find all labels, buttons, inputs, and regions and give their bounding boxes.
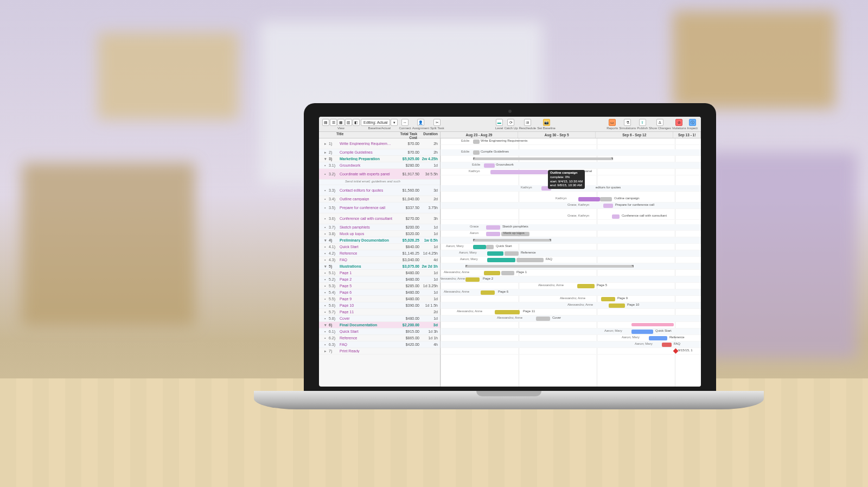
gantt-bar[interactable] — [662, 343, 672, 347]
task-row[interactable]: •3.2)Coordinate with experts panel$1,917… — [319, 169, 440, 180]
gantt-bar[interactable] — [536, 317, 550, 321]
col-header-duration[interactable]: Duration — [419, 132, 440, 138]
task-row[interactable]: ▾5)Illustrations$3,075.002w 2d 3h — [319, 263, 440, 270]
gantt-bar[interactable] — [600, 197, 612, 201]
task-row[interactable]: ▸1)Write Engineering Requirements$70.002… — [319, 138, 440, 149]
task-row[interactable]: ▾4)Preliminary Documentation$5,026.251w … — [319, 237, 440, 244]
disclosure-icon[interactable]: ▾ — [324, 323, 329, 327]
disclosure-icon[interactable]: • — [324, 297, 329, 301]
gantt-bar[interactable] — [490, 170, 548, 174]
disclosure-icon[interactable]: • — [324, 258, 329, 262]
catchup-button[interactable]: ⟳ — [507, 119, 514, 126]
publish-button[interactable]: ⇪ — [639, 119, 646, 126]
task-row[interactable]: •5.1)Page 1$480.001d — [319, 270, 440, 276]
disclosure-icon[interactable]: ▾ — [324, 238, 329, 243]
week-header-4[interactable]: Sep 13 - 1! — [673, 132, 701, 138]
disclosure-icon[interactable]: ▸ — [324, 142, 329, 146]
disclosure-icon[interactable]: • — [324, 225, 329, 229]
disclosure-icon[interactable]: • — [324, 172, 329, 176]
task-row[interactable]: •3.3)Contact editors for quotes$1,560.00… — [319, 185, 440, 196]
task-row[interactable]: •6.2)Reference$865.001d 1h — [319, 335, 440, 341]
task-row[interactable]: •6.3)FAQ$420.004h — [319, 341, 440, 348]
week-header-3[interactable]: Sep 6 - Sep 12 — [596, 132, 673, 138]
view-mode-1-button[interactable]: ▤ — [322, 119, 329, 126]
gantt-bar[interactable] — [603, 204, 613, 208]
split-task-button[interactable]: ✂ — [433, 119, 441, 126]
connect-button[interactable]: ↔ — [401, 119, 409, 126]
gantt-bar[interactable] — [473, 140, 480, 144]
gantt-bar[interactable] — [484, 163, 495, 168]
task-row[interactable]: •5.5)Page 9$480.001d — [319, 296, 440, 302]
task-row[interactable]: •5.7)Page 112d — [319, 309, 440, 315]
task-row[interactable]: •4.1)Quick Start$840.001d — [319, 244, 440, 250]
week-header-1[interactable]: Aug 23 - Aug 29 — [441, 132, 518, 138]
col-header-title[interactable]: Title — [323, 132, 392, 138]
show-changes-button[interactable]: Δ — [656, 119, 663, 126]
gantt-bar[interactable] — [484, 271, 500, 275]
gantt-bar[interactable] — [486, 245, 494, 249]
gantt-bar[interactable] — [609, 303, 625, 308]
disclosure-icon[interactable]: • — [324, 197, 329, 201]
gantt-bar[interactable] — [465, 277, 480, 282]
gantt-chart[interactable]: Outline campaign complete: 0% start: 9/4… — [441, 138, 701, 387]
inspect-button[interactable]: ⓘ — [689, 119, 696, 126]
view-mode-3-button[interactable]: ▦ — [337, 119, 344, 126]
gantt-bar[interactable] — [612, 214, 620, 219]
gantt-bar[interactable] — [487, 251, 503, 256]
disclosure-icon[interactable]: • — [324, 188, 329, 192]
level-button[interactable]: ▬ — [496, 119, 503, 126]
task-row[interactable]: •4.2)Reference$1,146.251d 4.25h — [319, 250, 440, 257]
task-row[interactable]: •5.6)Page 10$390.001d 1.5h — [319, 302, 440, 309]
gantt-bar[interactable] — [481, 290, 495, 295]
set-baseline-button[interactable]: 📷 — [543, 119, 550, 126]
view-mode-2-button[interactable]: ☰ — [330, 119, 337, 126]
disclosure-icon[interactable]: • — [324, 336, 329, 340]
disclosure-icon[interactable]: ▾ — [324, 157, 329, 161]
task-row[interactable]: ▾3)Marketing Preparation$5,925.002w 4.25… — [319, 156, 440, 162]
assignment-button[interactable]: 👤 — [417, 119, 424, 126]
gantt-bar[interactable] — [465, 265, 634, 268]
gantt-bar[interactable] — [486, 232, 500, 236]
task-outline[interactable]: ▸1)Write Engineering Requirements$70.002… — [319, 138, 441, 387]
simulations-button[interactable]: ⚗ — [624, 119, 631, 126]
disclosure-icon[interactable]: • — [324, 343, 329, 346]
gantt-bar[interactable] — [473, 239, 551, 242]
week-header-2[interactable]: Aug 30 - Sep 5 — [518, 132, 596, 138]
view-mode-5-button[interactable]: ◧ — [353, 119, 360, 126]
task-row[interactable]: •5.3)Page 5$285.001d 3.25h — [319, 283, 440, 289]
gantt-bar[interactable] — [577, 284, 595, 288]
gantt-bar[interactable] — [473, 157, 613, 160]
gantt-bar[interactable] — [601, 297, 615, 301]
disclosure-icon[interactable]: • — [324, 277, 329, 281]
task-row[interactable]: •3.1)Groundwork$280.001d — [319, 162, 440, 169]
disclosure-icon[interactable]: • — [324, 217, 329, 220]
task-row[interactable]: ▾6)Final Documentation$2,200.003d — [319, 322, 440, 328]
task-row[interactable]: •6.1)Quick Start$915.001d 3h — [319, 328, 440, 335]
task-row[interactable]: •5.2)Page 2$480.001d — [319, 276, 440, 283]
disclosure-icon[interactable]: ▾ — [324, 264, 329, 269]
disclosure-icon[interactable]: • — [324, 330, 329, 333]
task-row[interactable]: •3.5)Prepare for conference call$337.503… — [319, 203, 440, 213]
disclosure-icon[interactable]: • — [324, 290, 329, 294]
baseline-dropdown-caret[interactable]: ▾ — [391, 119, 398, 126]
disclosure-icon[interactable]: ▸ — [324, 349, 329, 353]
disclosure-icon[interactable]: • — [324, 232, 329, 236]
task-row[interactable]: •3.6)Conference call with consultant$270… — [319, 213, 440, 224]
disclosure-icon[interactable]: • — [324, 245, 329, 249]
disclosure-icon[interactable]: • — [324, 163, 329, 167]
task-row[interactable]: •3.7)Sketch pamphlets$200.001d — [319, 224, 440, 231]
disclosure-icon[interactable]: • — [324, 310, 329, 314]
col-header-cost[interactable]: Total Task Cost — [392, 132, 419, 138]
gantt-bar[interactable] — [473, 245, 486, 249]
baseline-mode-dropdown[interactable]: Editing: Actual — [361, 119, 390, 126]
task-row[interactable]: •5.4)Page 6$480.001d — [319, 289, 440, 296]
violations-button[interactable]: ⊘ — [675, 119, 682, 126]
task-row[interactable]: ▸7)Print Ready — [319, 348, 440, 355]
disclosure-icon[interactable]: • — [324, 317, 329, 320]
gantt-bar[interactable] — [578, 197, 600, 201]
gantt-bar[interactable] — [486, 225, 500, 230]
task-row[interactable]: •3.4)Outline campaign$1,040.002d — [319, 196, 440, 203]
gantt-bar[interactable] — [649, 336, 667, 340]
gantt-bar[interactable] — [487, 258, 515, 262]
reschedule-button[interactable]: ⇉ — [524, 119, 531, 126]
